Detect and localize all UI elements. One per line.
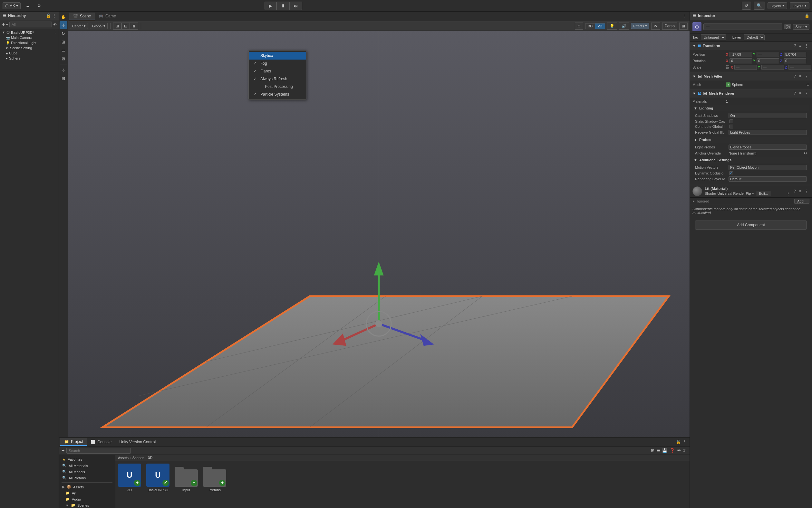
history-btn[interactable]: ↺ (742, 2, 751, 10)
bottom-search[interactable] (66, 448, 131, 454)
static-shadow-cb[interactable] (729, 119, 733, 123)
static-badge[interactable]: Static ▾ (793, 24, 809, 30)
search-btn[interactable]: 🔍 (754, 2, 765, 10)
pos-z-input[interactable] (784, 52, 806, 57)
asset-basicurp3d[interactable]: U ✓ BasicURP3D (146, 464, 169, 505)
material-help[interactable]: ? (793, 188, 797, 194)
sidebar-art[interactable]: 📁 Art (59, 490, 115, 496)
anchor-target-icon[interactable]: ⊙ (804, 151, 807, 155)
tab-scene[interactable]: 🎬 Scene (69, 12, 95, 20)
sidebar-scenes[interactable]: ▼ 📁 Scenes (59, 502, 115, 508)
scene-more-btn[interactable]: ⋮ (683, 14, 686, 18)
dynamic-occlusion-cb[interactable] (729, 171, 733, 175)
help-btn[interactable]: ❓ (669, 448, 675, 453)
sidebar-assets[interactable]: ▶ 📦 Assets (59, 484, 115, 490)
motion-vectors-select[interactable]: Per Object Motion (729, 165, 807, 170)
dropdown-flares[interactable]: ✓ Flares (249, 67, 306, 75)
layers-dropdown[interactable]: Layers ▾ (768, 2, 787, 9)
mesh-filter-preset[interactable]: ≡ (798, 74, 802, 79)
add-asset-btn[interactable]: + (62, 448, 65, 454)
lighting-header[interactable]: ▼ Lighting (692, 105, 809, 111)
tab-vcs[interactable]: Unity Version Control (115, 438, 159, 446)
additional-header[interactable]: ▼ Additional Settings (692, 157, 809, 163)
scale-tool[interactable]: ⊞ (60, 38, 67, 46)
step-button[interactable]: ⏭ (289, 2, 302, 10)
layout-dropdown[interactable]: Layout ▾ (790, 2, 809, 9)
search-eye[interactable]: 👁 (53, 23, 57, 27)
3d-toggle-btn[interactable]: 3D (585, 24, 595, 29)
cloud-btn[interactable]: ☁ (23, 2, 32, 9)
material-more-btn[interactable]: ⋮ (804, 188, 809, 194)
hierarchy-root[interactable]: ▼ ⬡ BasicURP3D* ⋮ (0, 30, 59, 35)
rot-y-input[interactable] (757, 58, 779, 64)
mesh-target-icon[interactable]: ⊙ (807, 83, 809, 87)
list-view-btn[interactable]: ☰ (656, 448, 660, 453)
hierarchy-item-sphere[interactable]: ● Sphere (0, 56, 59, 61)
scale-z-input[interactable] (788, 65, 811, 70)
dropdown-always-refresh[interactable]: ✓ Always Refresh (249, 75, 306, 83)
material-more[interactable]: ⋮ (786, 191, 790, 196)
global-dropdown[interactable]: Global ▾ (90, 23, 108, 29)
grid-view-btn[interactable]: ⊞ (651, 448, 654, 453)
bottom-more[interactable]: ⋮ (683, 440, 686, 444)
sidebar-favorites[interactable]: ★ Favorites (59, 456, 115, 463)
mesh-renderer-more[interactable]: ⋮ (804, 91, 809, 96)
mesh-filter-more[interactable]: ⋮ (804, 74, 809, 79)
overlay-btn[interactable]: ⊞ (679, 23, 688, 30)
gizmo-btn1[interactable]: ⊞ (113, 23, 121, 30)
scale-y-input[interactable] (762, 65, 784, 70)
mesh-renderer-preset[interactable]: ≡ (798, 91, 802, 96)
play-button[interactable]: ▶ (265, 2, 276, 10)
hierarchy-lock[interactable]: 🔓 (46, 13, 51, 18)
gizmo-toggle[interactable]: ⊙ (575, 23, 583, 30)
hierarchy-search[interactable] (9, 22, 52, 27)
inspector-lock[interactable]: 🔓 (805, 13, 809, 18)
hidden-objects-btn[interactable]: 👁 (651, 23, 660, 30)
layer-select[interactable]: Default (744, 35, 765, 40)
rot-z-input[interactable] (784, 58, 806, 64)
tag-select[interactable]: Untagged (701, 35, 726, 40)
persp-toggle[interactable]: Persp (662, 23, 677, 30)
mesh-filter-header[interactable]: ▼ ⊟ Mesh Filter ? ≡ ⋮ (690, 72, 812, 81)
sidebar-all-prefabs[interactable]: 🔍 All Prefabs (59, 475, 115, 481)
mesh-filter-help[interactable]: ? (793, 74, 797, 79)
cast-shadows-select[interactable]: On (729, 113, 807, 118)
pos-y-input[interactable] (757, 52, 779, 57)
root-more[interactable]: ⋮ (53, 30, 57, 35)
add-ignored-btn[interactable]: Add... (794, 199, 809, 204)
mesh-renderer-header[interactable]: ▼ ☑ ⊟ Mesh Renderer ? ≡ ⋮ (690, 89, 812, 97)
2d-toggle-btn[interactable]: 2D (595, 24, 605, 29)
effects-dropdown[interactable]: Effects ▾ (631, 23, 649, 29)
material-preset[interactable]: ≡ (798, 188, 802, 194)
account-menu[interactable]: ⬡ MK ▾ (3, 2, 21, 9)
sidebar-audio[interactable]: 📁 Audio (59, 496, 115, 502)
hierarchy-item-cube[interactable]: ■ Cube (0, 50, 59, 56)
hierarchy-item-camera[interactable]: 📷 Main Camera (0, 35, 59, 40)
add-component-btn[interactable]: Add Component (695, 220, 807, 229)
asset-prefabs[interactable]: + Prefabs (203, 464, 226, 505)
hand-tool[interactable]: ✋ (60, 13, 67, 20)
eye-btn[interactable]: 👁 (677, 448, 681, 453)
dropdown-skybox[interactable]: Skybox (249, 52, 306, 59)
light-probes-select[interactable]: Blend Probes (729, 144, 807, 150)
transform-more[interactable]: ⋮ (804, 43, 809, 48)
hierarchy-item-scene[interactable]: ⚙ Scene Setting (0, 45, 59, 50)
asset-3d[interactable]: U + 3D (118, 464, 141, 505)
edit-material-btn[interactable]: Edit... (757, 191, 770, 196)
transform-help[interactable]: ? (793, 43, 797, 48)
tab-project[interactable]: 📁 Project (60, 438, 87, 446)
breadcrumb-assets[interactable]: Assets (118, 456, 128, 460)
pos-x-input[interactable] (730, 52, 752, 57)
breadcrumb-3d[interactable]: 3D (148, 456, 152, 460)
transform-header[interactable]: ▼ ⊞ Transform ? ≡ ⋮ (690, 42, 812, 50)
rendering-layer-select[interactable]: Default (729, 176, 807, 181)
light-toggle[interactable]: 💡 (607, 23, 617, 30)
hierarchy-item-light[interactable]: 💡 Directional Light (0, 40, 59, 45)
dropdown-fog[interactable]: ✓ Fog (249, 59, 306, 67)
center-dropdown[interactable]: Center ▾ (70, 23, 88, 29)
pause-button[interactable]: ⏸ (276, 2, 289, 10)
contribute-gi-cb[interactable] (729, 125, 733, 128)
gizmo-btn2[interactable]: ⊟ (121, 23, 130, 30)
hierarchy-more[interactable]: ⋮ (52, 13, 56, 18)
settings-btn[interactable]: ⚙ (35, 2, 43, 9)
